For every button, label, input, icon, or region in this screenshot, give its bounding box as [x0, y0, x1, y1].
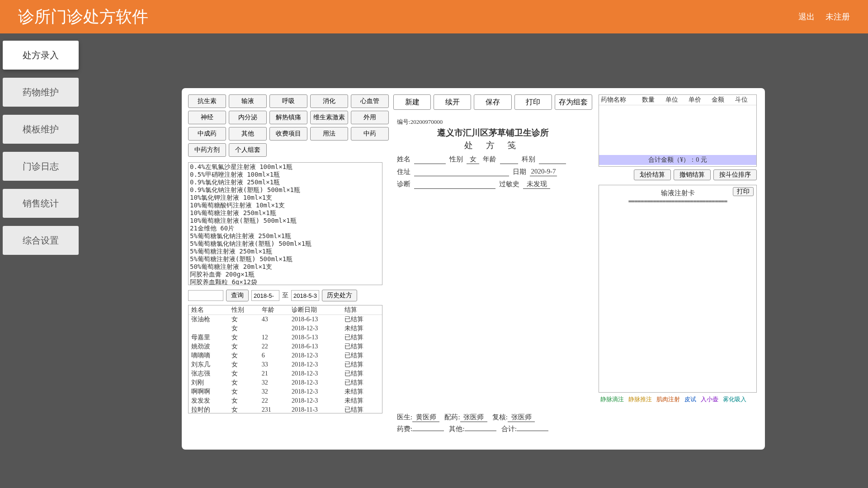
- sidebar-item[interactable]: 模板维护: [3, 115, 79, 144]
- category-button[interactable]: 其他: [229, 127, 267, 141]
- table-row[interactable]: 刘刚女322018-12-3已结算: [189, 378, 382, 387]
- label-diag: 诊断: [397, 180, 410, 189]
- field-check: 张医师: [508, 413, 535, 422]
- field-age[interactable]: [500, 155, 518, 164]
- action-button[interactable]: 续开: [434, 94, 471, 110]
- label-age: 年龄: [483, 155, 496, 164]
- legend-item: 皮试: [684, 395, 696, 404]
- category-button[interactable]: 中药方剂: [188, 143, 226, 157]
- settle-button[interactable]: 划价结算: [634, 169, 671, 180]
- table-row[interactable]: 嘀嘀嘀女62018-12-3已结算: [189, 351, 382, 360]
- label-dispense: 配药:: [444, 413, 460, 421]
- rx-no-value: 20200970000: [410, 118, 443, 125]
- action-button[interactable]: 存为组套: [555, 94, 592, 110]
- field-name[interactable]: [414, 155, 446, 164]
- category-button[interactable]: 心血管: [351, 94, 389, 108]
- settle-button[interactable]: 撤销结算: [674, 169, 711, 180]
- rx-subtitle: 处 方 笺: [397, 140, 589, 151]
- patient-table-wrap[interactable]: 姓名性别年龄诊断日期结算 张油枪女432018-6-13已结算女2018-12-…: [188, 305, 382, 413]
- field-fee: [412, 431, 444, 431]
- category-button[interactable]: 用法: [310, 127, 348, 141]
- sidebar-item[interactable]: 销售统计: [3, 189, 79, 218]
- action-button[interactable]: 保存: [474, 94, 511, 110]
- action-button[interactable]: 新建: [393, 94, 431, 110]
- date-from-input[interactable]: [251, 290, 279, 301]
- picked-drug-panel: 药物名称数量单位单价金额斗位 合计金额（¥）：0 元: [599, 94, 757, 167]
- field-sex[interactable]: 女: [467, 155, 479, 164]
- logout-link[interactable]: 退出: [798, 12, 815, 21]
- label-addr: 住址: [397, 168, 410, 176]
- field-date[interactable]: 2020-9-7: [530, 168, 557, 176]
- infusion-divider: ================================: [602, 197, 754, 204]
- unregistered-link[interactable]: 未注册: [826, 12, 850, 21]
- label-other: 其他:: [449, 425, 464, 432]
- legend-item: 入小壶: [701, 395, 718, 404]
- table-row[interactable]: 发发发女222018-12-3未结算: [189, 396, 382, 405]
- label-name: 姓名: [397, 155, 410, 164]
- table-row[interactable]: 张油枪女432018-6-13已结算: [189, 315, 382, 324]
- sidebar-item[interactable]: 门诊日志: [3, 152, 79, 181]
- category-button[interactable]: 输液: [229, 94, 267, 108]
- table-row[interactable]: 女2018-12-3未结算: [189, 324, 382, 333]
- legend-item: 静脉滴注: [600, 395, 624, 404]
- category-button[interactable]: 中成药: [188, 127, 226, 141]
- app-title: 诊所门诊处方软件: [18, 6, 148, 28]
- category-button[interactable]: 消化: [310, 94, 348, 108]
- category-button[interactable]: 内分泌: [229, 111, 267, 124]
- label-check: 复核:: [492, 413, 508, 421]
- sidebar-item[interactable]: 药物维护: [3, 78, 79, 107]
- category-button[interactable]: 解热镇痛: [269, 111, 307, 124]
- clinic-title: 遵义市汇川区茅草铺卫生诊所: [397, 127, 589, 139]
- category-button[interactable]: 抗生素: [188, 94, 226, 108]
- label-date: 日期: [513, 168, 526, 176]
- top-action-bar: 新建续开保存打印存为组套: [393, 94, 592, 110]
- legend-item: 肌肉注射: [656, 395, 680, 404]
- table-row[interactable]: 姚劲波女222018-6-13已结算: [189, 342, 382, 351]
- date-to-input[interactable]: [291, 290, 319, 301]
- main-panel: 抗生素输液呼吸消化心血管神经内分泌解热镇痛维生素激素外用中成药其他收费项目用法中…: [182, 88, 765, 450]
- table-row[interactable]: 母嘉里女122018-5-13已结算: [189, 333, 382, 342]
- history-rx-button[interactable]: 历史处方: [322, 290, 357, 301]
- field-addr[interactable]: [414, 168, 509, 176]
- category-button[interactable]: 中药: [351, 127, 389, 141]
- field-dept[interactable]: [539, 155, 566, 164]
- field-other: [465, 431, 496, 431]
- settle-row: 划价结算撤销结算按斗位排序: [599, 169, 757, 180]
- category-button[interactable]: 收费项目: [269, 127, 307, 141]
- label-fee: 药费:: [397, 425, 412, 432]
- patient-table: 姓名性别年龄诊断日期结算 张油枪女432018-6-13已结算女2018-12-…: [189, 305, 382, 413]
- table-row[interactable]: 刘东几女332018-12-3已结算: [189, 360, 382, 369]
- route-legend: 静脉滴注静脉推注肌肉注射皮试入小壶雾化吸入: [599, 395, 757, 404]
- legend-item: 雾化吸入: [723, 395, 746, 404]
- infusion-title: 输液注射卡: [602, 189, 754, 197]
- infusion-card: 打印 输液注射卡 ===============================…: [599, 185, 757, 393]
- patient-search-row: 查询 至 历史处方: [188, 290, 387, 301]
- prescription-paper: 编号:20200970000 遵义市汇川区茅草铺卫生诊所 处 方 笺 姓名 性别…: [393, 115, 592, 441]
- label-dept: 科别: [522, 155, 535, 164]
- left-column: 抗生素输液呼吸消化心血管神经内分泌解热镇痛维生素激素外用中成药其他收费项目用法中…: [188, 94, 387, 413]
- query-button[interactable]: 查询: [226, 290, 249, 301]
- category-button[interactable]: 呼吸: [269, 94, 307, 108]
- field-total: [517, 431, 548, 431]
- drug-list[interactable]: 0.4%左氧氟沙星注射液 100ml×1瓶 0.5%甲硝唑注射液 100ml×1…: [188, 162, 382, 285]
- sidebar-item[interactable]: 综合设置: [3, 226, 79, 255]
- table-row[interactable]: 拉时的女2312018-11-3已结算: [189, 405, 382, 413]
- sidebar-item[interactable]: 处方录入: [3, 41, 79, 70]
- field-diag[interactable]: [414, 180, 495, 189]
- table-row[interactable]: 啊啊啊女322018-12-3未结算: [189, 387, 382, 396]
- rx-no-label: 编号:: [397, 118, 410, 125]
- header-actions: 退出 未注册: [789, 11, 850, 22]
- table-row[interactable]: 张志强女212018-12-3已结算: [189, 369, 382, 378]
- label-total: 合计:: [501, 425, 517, 432]
- category-button[interactable]: 个人组套: [229, 143, 267, 157]
- field-allergy[interactable]: 未发现: [523, 180, 550, 189]
- category-button[interactable]: 维生素激素: [310, 111, 348, 124]
- print-card-button[interactable]: 打印: [733, 187, 754, 196]
- header: 诊所门诊处方软件 退出 未注册: [0, 0, 868, 33]
- search-input[interactable]: [188, 290, 223, 301]
- category-button[interactable]: 外用: [351, 111, 389, 124]
- category-button[interactable]: 神经: [188, 111, 226, 124]
- settle-button[interactable]: 按斗位排序: [713, 169, 757, 180]
- label-sex: 性别: [449, 155, 463, 164]
- action-button[interactable]: 打印: [514, 94, 552, 110]
